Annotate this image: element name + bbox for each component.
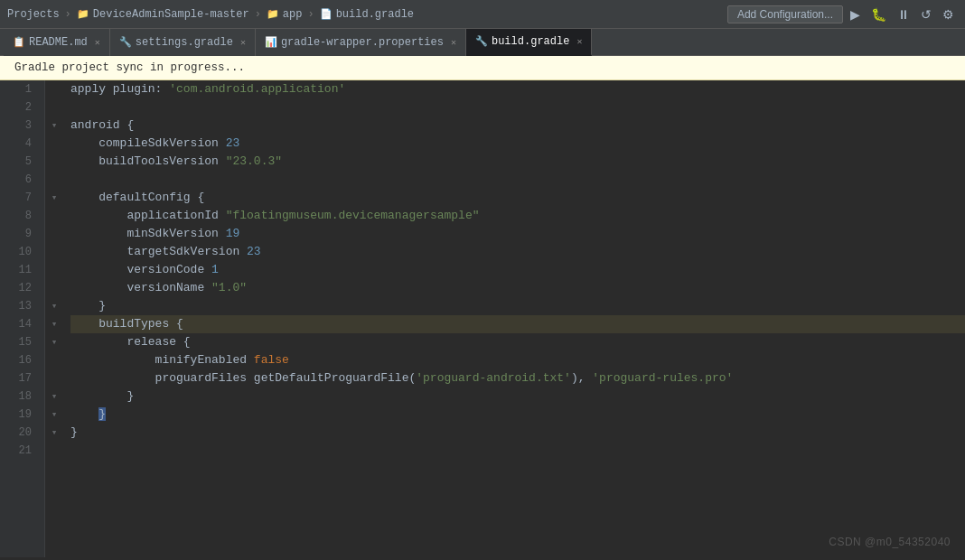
tab-settings-gradle-label: settings.gradle (136, 36, 233, 49)
gutter-marker[interactable]: ▾ (45, 333, 63, 351)
breadcrumb-app[interactable]: app (283, 8, 303, 21)
gutter-marker[interactable]: ▾ (45, 117, 63, 135)
debug-button[interactable]: 🐛 (867, 5, 890, 23)
file-icon-gradle: 📄 (320, 8, 333, 20)
line-number: 20 (0, 424, 37, 442)
gutter-marker[interactable]: ▾ (45, 424, 63, 442)
breadcrumb-file: build.gradle (336, 8, 414, 21)
gutter-marker[interactable]: ▾ (45, 315, 63, 333)
table-row[interactable]: } (70, 424, 965, 442)
gutter: ▾▾▾▾▾▾▾▾ (45, 80, 63, 557)
table-row[interactable]: proguardFiles getDefaultProguardFile('pr… (70, 369, 965, 387)
settings-button[interactable]: ⚙ (939, 5, 958, 23)
breadcrumb: Projects › 📁 DeviceAdminSample-master › … (7, 8, 414, 21)
line-number: 13 (0, 297, 37, 315)
editor: 123456789101112131415161718192021 ▾▾▾▾▾▾… (0, 80, 965, 557)
gutter-marker (45, 369, 63, 387)
build-gradle-icon: 🔧 (475, 35, 488, 47)
line-number: 12 (0, 279, 37, 297)
gutter-marker[interactable]: ▾ (45, 406, 63, 424)
notification-bar: Gradle project sync in progress... (0, 56, 965, 80)
close-build-gradle-icon[interactable]: ✕ (576, 36, 582, 47)
top-bar: Projects › 📁 DeviceAdminSample-master › … (0, 0, 965, 29)
tab-build-gradle[interactable]: 🔧 build.gradle ✕ (466, 29, 592, 56)
table-row[interactable]: versionName "1.0" (70, 279, 965, 297)
gutter-marker (45, 442, 63, 460)
breadcrumb-projects[interactable]: Projects (7, 8, 60, 21)
table-row[interactable] (70, 171, 965, 189)
table-row[interactable]: compileSdkVersion 23 (70, 135, 965, 153)
gutter-marker (45, 279, 63, 297)
table-row[interactable]: applicationId "floatingmuseum.devicemana… (70, 207, 965, 225)
tab-settings-gradle[interactable]: 🔧 settings.gradle ✕ (110, 29, 256, 56)
line-number: 14 (0, 315, 37, 333)
table-row[interactable]: release { (70, 333, 965, 351)
table-row[interactable]: versionCode 1 (70, 261, 965, 279)
gutter-marker (45, 153, 63, 171)
folder-icon-2: 📁 (267, 8, 279, 20)
line-number: 5 (0, 153, 37, 171)
gutter-marker (45, 351, 63, 369)
line-number: 10 (0, 243, 37, 261)
table-row[interactable]: minifyEnabled false (70, 351, 965, 369)
close-gradle-wrapper-icon[interactable]: ✕ (451, 37, 456, 48)
gutter-marker (45, 98, 63, 117)
gutter-marker (45, 80, 63, 98)
gutter-marker (45, 171, 63, 189)
table-row[interactable]: defaultConfig { (70, 189, 965, 207)
run-button[interactable]: ▶ (847, 5, 864, 23)
line-number: 7 (0, 189, 37, 207)
close-settings-gradle-icon[interactable]: ✕ (240, 37, 246, 48)
table-row[interactable]: buildTypes { (70, 315, 965, 333)
table-row[interactable]: apply plugin: 'com.android.application' (70, 80, 965, 98)
line-number: 1 (0, 80, 37, 98)
table-row[interactable]: minSdkVersion 19 (70, 225, 965, 243)
gutter-marker (45, 207, 63, 225)
settings-gradle-icon: 🔧 (119, 36, 132, 48)
line-number: 2 (0, 98, 37, 117)
tabs-bar: 📋 README.md ✕ 🔧 settings.gradle ✕ 📊 grad… (0, 29, 965, 56)
readme-icon: 📋 (13, 36, 25, 48)
table-row[interactable]: targetSdkVersion 23 (70, 243, 965, 261)
code-area[interactable]: apply plugin: 'com.android.application' … (63, 80, 965, 557)
table-row[interactable]: buildToolsVersion "23.0.3" (70, 153, 965, 171)
notification-text: Gradle project sync in progress... (14, 61, 245, 74)
gutter-marker (45, 243, 63, 261)
line-number: 3 (0, 117, 37, 135)
table-row[interactable] (70, 442, 965, 460)
add-configuration-button[interactable]: Add Configuration... (727, 5, 843, 23)
gutter-marker (45, 135, 63, 153)
tab-build-gradle-label: build.gradle (492, 35, 569, 48)
tab-readme-label: README.md (29, 36, 88, 49)
line-numbers: 123456789101112131415161718192021 (0, 80, 45, 557)
breadcrumb-sep-1: › (65, 8, 71, 21)
watermark: CSDN @m0_54352040 (829, 536, 951, 548)
line-number: 4 (0, 135, 37, 153)
tab-gradle-wrapper[interactable]: 📊 gradle-wrapper.properties ✕ (256, 29, 466, 56)
line-number: 17 (0, 369, 37, 387)
table-row[interactable]: android { (70, 117, 965, 135)
line-number: 18 (0, 387, 37, 406)
line-number: 19 (0, 406, 37, 424)
pause-button[interactable]: ⏸ (894, 5, 913, 23)
line-number: 16 (0, 351, 37, 369)
table-row[interactable]: } (70, 387, 965, 406)
gradle-wrapper-icon: 📊 (265, 36, 277, 48)
breadcrumb-project[interactable]: DeviceAdminSample-master (93, 8, 249, 21)
line-number: 8 (0, 207, 37, 225)
close-readme-icon[interactable]: ✕ (95, 37, 100, 48)
line-number: 21 (0, 442, 37, 460)
gutter-marker[interactable]: ▾ (45, 387, 63, 406)
toolbar-right: Add Configuration... ▶ 🐛 ⏸ ↺ ⚙ (727, 5, 958, 23)
table-row[interactable] (70, 98, 965, 117)
table-row[interactable]: } (70, 406, 965, 424)
line-number: 15 (0, 333, 37, 351)
tab-readme[interactable]: 📋 README.md ✕ (4, 29, 110, 56)
reload-button[interactable]: ↺ (917, 5, 935, 23)
line-number: 9 (0, 225, 37, 243)
gutter-marker[interactable]: ▾ (45, 297, 63, 315)
table-row[interactable]: } (70, 297, 965, 315)
folder-icon-1: 📁 (77, 8, 89, 20)
gutter-marker (45, 261, 63, 279)
gutter-marker[interactable]: ▾ (45, 189, 63, 207)
